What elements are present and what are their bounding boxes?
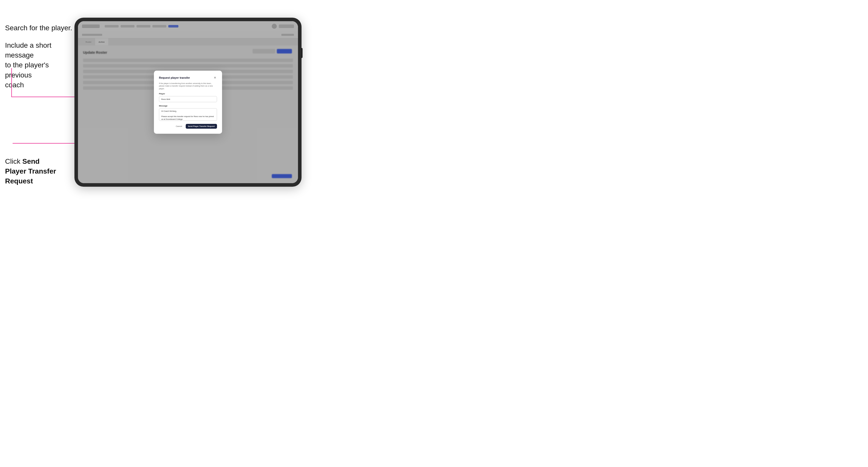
arrow-line-1-vert (11, 68, 12, 97)
modal-description: If the player is transferring from anoth… (159, 82, 217, 90)
modal-footer: Cancel Send Player Transfer Request (159, 124, 217, 129)
send-transfer-request-button[interactable]: Send Player Transfer Request (186, 124, 217, 129)
modal-title: Request player transfer (159, 76, 190, 79)
tablet-side-button (302, 48, 303, 58)
modal-header: Request player transfer ✕ (159, 76, 217, 80)
annotation-message-text: Include a short message to the player's … (5, 40, 73, 90)
player-input[interactable]: Rees Britt (159, 96, 217, 102)
player-label: Player (159, 93, 217, 95)
modal-dialog: Request player transfer ✕ If the player … (154, 71, 222, 134)
message-textarea-value: Hi Coach McHarg, Please accept this tran… (161, 110, 214, 120)
modal-overlay: Request player transfer ✕ If the player … (78, 21, 298, 183)
tablet-screen: Roster Active Update Roster (78, 21, 298, 183)
message-label: Message (159, 105, 217, 107)
tablet-device: Roster Active Update Roster (74, 18, 302, 187)
player-input-value: Rees Britt (161, 98, 170, 100)
message-textarea[interactable]: Hi Coach McHarg, Please accept this tran… (159, 108, 217, 121)
modal-close-button[interactable]: ✕ (213, 76, 217, 80)
cancel-button[interactable]: Cancel (174, 124, 184, 128)
annotation-search-text: Search for the player. (5, 24, 72, 32)
annotation-click-text: Click Send Player Transfer Request (5, 156, 61, 186)
